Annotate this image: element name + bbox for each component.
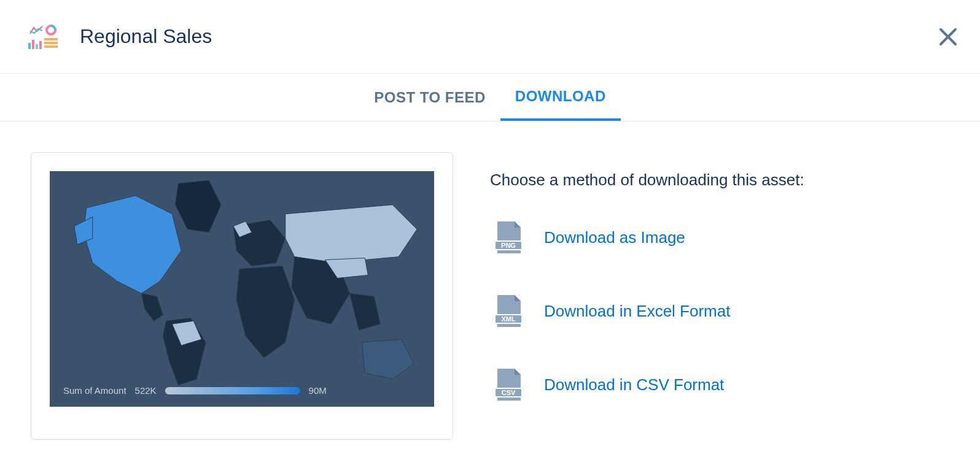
svg-rect-4 bbox=[39, 41, 42, 49]
xml-file-icon: XML bbox=[490, 293, 527, 329]
modal-content: Sum of Amount 522K 90M Choose a method o… bbox=[0, 121, 980, 465]
map-legend: Sum of Amount 522K 90M bbox=[50, 378, 434, 407]
close-button[interactable] bbox=[938, 27, 958, 49]
close-icon bbox=[938, 27, 958, 47]
svg-text:XML: XML bbox=[501, 315, 516, 323]
stacked-chart-icon bbox=[44, 38, 58, 49]
download-as-image-option[interactable]: PNG Download as Image bbox=[490, 219, 949, 256]
legend-label: Sum of Amount bbox=[63, 385, 126, 396]
download-prompt: Choose a method of downloading this asse… bbox=[490, 171, 949, 190]
tab-bar: POST TO FEED DOWNLOAD bbox=[0, 74, 980, 121]
svg-text:PNG: PNG bbox=[501, 242, 516, 249]
asset-preview-card: Sum of Amount 522K 90M bbox=[31, 152, 453, 440]
download-csv-label: Download in CSV Format bbox=[544, 375, 724, 394]
world-map-chart: Sum of Amount 522K 90M bbox=[50, 171, 434, 407]
modal-header: Regional Sales bbox=[0, 0, 980, 74]
download-excel-label: Download in Excel Format bbox=[544, 302, 730, 321]
tab-post-to-feed[interactable]: POST TO FEED bbox=[359, 74, 500, 121]
svg-rect-6 bbox=[44, 42, 58, 44]
legend-min: 522K bbox=[135, 385, 157, 396]
svg-rect-3 bbox=[36, 44, 38, 49]
png-file-icon: PNG bbox=[490, 219, 527, 256]
svg-rect-1 bbox=[28, 43, 31, 49]
choropleth-map bbox=[50, 171, 434, 406]
analytics-app-icon bbox=[26, 20, 60, 54]
svg-text:CSV: CSV bbox=[502, 389, 516, 396]
donut-chart-icon bbox=[45, 25, 56, 36]
download-excel-option[interactable]: XML Download in Excel Format bbox=[490, 293, 949, 329]
tab-download[interactable]: DOWNLOAD bbox=[500, 74, 621, 121]
svg-rect-2 bbox=[32, 40, 34, 49]
legend-gradient-bar bbox=[165, 387, 300, 394]
svg-rect-7 bbox=[44, 45, 58, 48]
page-title: Regional Sales bbox=[80, 25, 212, 48]
download-csv-option[interactable]: CSV Download in CSV Format bbox=[490, 366, 949, 403]
download-image-label: Download as Image bbox=[544, 228, 685, 247]
csv-file-icon: CSV bbox=[490, 366, 527, 403]
download-options-panel: Choose a method of downloading this asse… bbox=[490, 152, 949, 440]
svg-rect-5 bbox=[44, 38, 58, 40]
bar-chart-icon bbox=[28, 38, 42, 49]
legend-max: 90M bbox=[309, 385, 327, 396]
line-chart-icon bbox=[29, 25, 43, 35]
